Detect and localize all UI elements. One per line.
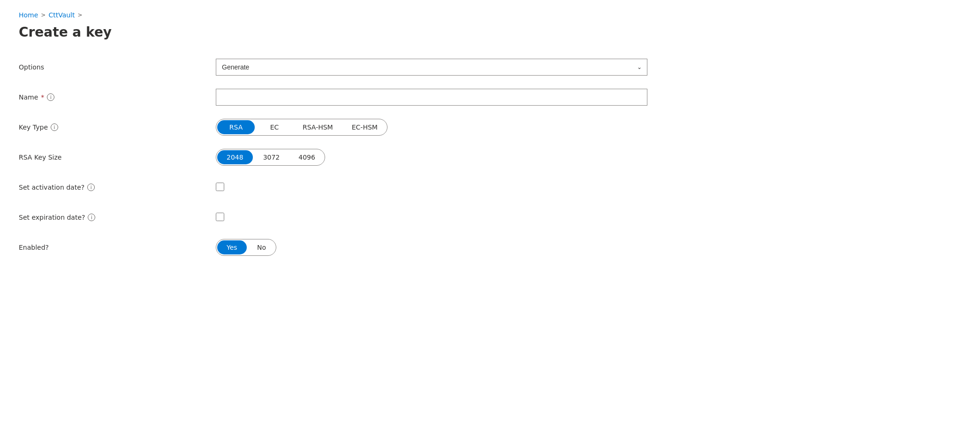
options-label: Options: [19, 63, 216, 71]
rsa-key-size-control: 2048 3072 4096: [216, 149, 647, 166]
enabled-toggle-group: Yes No: [216, 239, 276, 256]
enabled-label: Enabled?: [19, 244, 216, 251]
activation-date-control: [216, 183, 647, 192]
breadcrumb-home[interactable]: Home: [19, 11, 38, 19]
key-type-ec[interactable]: EC: [256, 119, 293, 135]
name-control: [216, 89, 647, 106]
key-type-label: Key Type i: [19, 123, 216, 131]
key-type-control: RSA EC RSA-HSM EC-HSM: [216, 119, 647, 136]
key-type-info-icon[interactable]: i: [51, 123, 58, 131]
expiration-date-label: Set expiration date? i: [19, 214, 216, 221]
breadcrumb-sep-2: >: [77, 12, 82, 18]
rsa-key-size-row: RSA Key Size 2048 3072 4096: [19, 149, 676, 166]
enabled-row: Enabled? Yes No: [19, 239, 676, 256]
activation-date-label: Set activation date? i: [19, 184, 216, 191]
options-select[interactable]: Generate Import Restore Backup: [216, 59, 647, 76]
expiration-date-row: Set expiration date? i: [19, 209, 676, 226]
activation-date-row: Set activation date? i: [19, 179, 676, 196]
name-info-icon[interactable]: i: [47, 93, 54, 101]
name-label: Name * i: [19, 93, 216, 101]
rsa-key-size-toggle-group: 2048 3072 4096: [216, 149, 325, 166]
page-title: Create a key: [19, 24, 961, 40]
rsa-size-2048[interactable]: 2048: [217, 150, 253, 164]
enabled-control: Yes No: [216, 239, 647, 256]
name-input[interactable]: [216, 89, 647, 106]
key-type-rsa-hsm[interactable]: RSA-HSM: [293, 119, 342, 135]
required-indicator: *: [41, 93, 44, 101]
rsa-size-3072[interactable]: 3072: [254, 149, 289, 165]
options-control: Generate Import Restore Backup ⌄: [216, 59, 647, 76]
key-type-row: Key Type i RSA EC RSA-HSM EC-HSM: [19, 119, 676, 136]
key-type-toggle-group: RSA EC RSA-HSM EC-HSM: [216, 119, 387, 136]
enabled-no[interactable]: No: [248, 239, 276, 255]
breadcrumb-sep-1: >: [41, 12, 46, 18]
options-row: Options Generate Import Restore Backup ⌄: [19, 59, 676, 76]
form-container: Options Generate Import Restore Backup ⌄…: [19, 59, 676, 256]
rsa-size-4096[interactable]: 4096: [289, 149, 325, 165]
breadcrumb: Home > CttVault >: [19, 11, 961, 19]
options-select-wrapper: Generate Import Restore Backup ⌄: [216, 59, 647, 76]
activation-date-checkbox[interactable]: [216, 183, 224, 191]
expiration-date-control: [216, 213, 647, 223]
rsa-key-size-label: RSA Key Size: [19, 154, 216, 161]
name-row: Name * i: [19, 89, 676, 106]
expiration-date-info-icon[interactable]: i: [88, 214, 95, 221]
expiration-date-checkbox[interactable]: [216, 213, 224, 221]
breadcrumb-vault[interactable]: CttVault: [48, 11, 75, 19]
page-container: Home > CttVault > Create a key Options G…: [0, 0, 980, 277]
activation-date-info-icon[interactable]: i: [87, 184, 95, 191]
key-type-rsa[interactable]: RSA: [217, 120, 255, 134]
key-type-ec-hsm[interactable]: EC-HSM: [342, 119, 387, 135]
enabled-yes[interactable]: Yes: [217, 240, 247, 254]
